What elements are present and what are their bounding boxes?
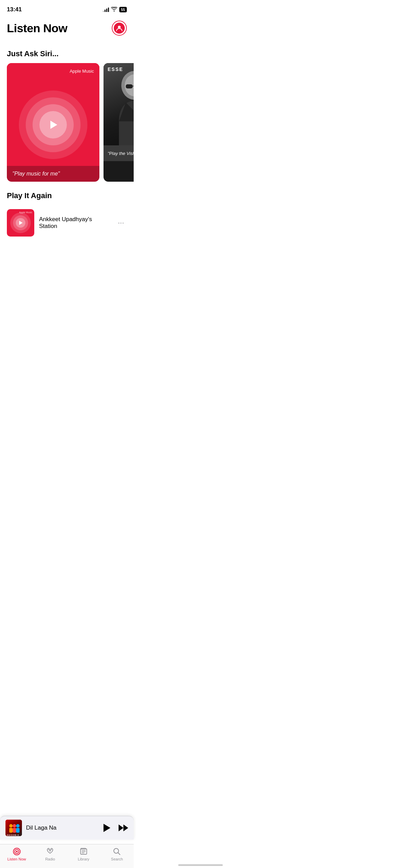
- play-again-label: Play It Again: [0, 191, 134, 205]
- essential-quote: "Play the Vishal playlist": [108, 151, 134, 156]
- person-icon: [116, 25, 123, 32]
- status-time: 13:41: [7, 6, 22, 13]
- avatar: [114, 23, 125, 34]
- status-icons: 55: [103, 7, 127, 13]
- station-info: Ankkeet Upadhyay's Station: [39, 216, 110, 230]
- station-name: Ankkeet Upadhyay's Station: [39, 216, 92, 229]
- play-again-section: Play It Again Apple Music Ankkeet Upadhy…: [0, 183, 134, 241]
- header: Listen Now: [0, 17, 134, 41]
- siri-section-label: Just Ask Siri...: [0, 49, 134, 63]
- wifi-icon: [111, 7, 117, 13]
- svg-rect-3: [126, 84, 133, 88]
- more-options-button[interactable]: ···: [115, 217, 127, 229]
- play-triangle: [50, 121, 57, 129]
- apple-music-logo: Apple Music: [68, 69, 94, 74]
- account-button[interactable]: [112, 21, 127, 36]
- signal-icon: [103, 7, 109, 12]
- station-art: Apple Music: [7, 209, 34, 237]
- station-play-icon: [19, 221, 23, 225]
- essential-art: [112, 67, 134, 145]
- page-title: Listen Now: [7, 22, 67, 35]
- status-bar: 13:41 55: [0, 0, 134, 17]
- siri-card-play-music[interactable]: Apple Music "Play music for me": [7, 63, 99, 182]
- siri-card-quote: "Play music for me": [12, 171, 60, 177]
- siri-cards-scroll[interactable]: Apple Music "Play music for me" ESSE: [0, 63, 134, 183]
- siri-card-essential[interactable]: ESSE "Play the Vishal playlist": [104, 63, 134, 182]
- svg-point-0: [118, 26, 121, 28]
- play-circles: [19, 91, 87, 159]
- battery-icon: 55: [119, 7, 127, 12]
- station-play-circles: [10, 213, 31, 233]
- apple-music-text: Apple Music: [70, 69, 94, 74]
- station-item[interactable]: Apple Music Ankkeet Upadhyay's Station ·…: [0, 205, 134, 241]
- siri-section: Just Ask Siri... Apple Music "Pl: [0, 41, 134, 183]
